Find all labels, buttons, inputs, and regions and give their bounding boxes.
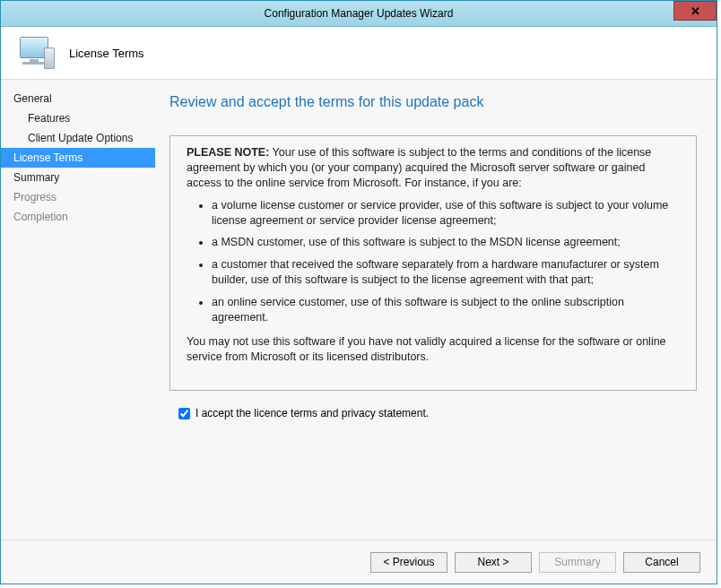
accept-row: I accept the licence terms and privacy s… <box>169 407 697 419</box>
close-icon: ✕ <box>691 4 700 18</box>
accept-checkbox[interactable] <box>178 408 190 419</box>
accept-label[interactable]: I accept the licence terms and privacy s… <box>195 407 429 419</box>
sidebar-item-general[interactable]: General <box>1 89 155 108</box>
header-label: License Terms <box>69 47 144 60</box>
license-bullet: an online service customer, use of this … <box>212 295 680 325</box>
sidebar-item-progress: Progress <box>1 187 155 207</box>
footer: < Previous Next > Summary Cancel <box>1 540 717 584</box>
header: License Terms <box>1 27 717 79</box>
sidebar-item-completion: Completion <box>1 207 155 227</box>
body: GeneralFeaturesClient Update OptionsLice… <box>1 79 717 540</box>
close-button[interactable]: ✕ <box>673 1 717 21</box>
license-bullet: a customer that received the software se… <box>212 257 680 288</box>
cancel-button[interactable]: Cancel <box>623 552 700 573</box>
sidebar-item-features[interactable]: Features <box>1 108 155 128</box>
sidebar-item-summary[interactable]: Summary <box>1 168 155 187</box>
page-title: Review and accept the terms for this upd… <box>169 94 697 110</box>
sidebar-item-license-terms[interactable]: License Terms <box>1 148 155 168</box>
titlebar: Configuration Manager Updates Wizard ✕ <box>1 1 717 27</box>
license-bullets: a volume license customer or service pro… <box>187 198 680 325</box>
sidebar: GeneralFeaturesClient Update OptionsLice… <box>1 80 155 540</box>
note-label: PLEASE NOTE: <box>187 146 269 159</box>
license-bullet: a MSDN customer, use of this software is… <box>212 235 680 250</box>
wizard-window: Configuration Manager Updates Wizard ✕ L… <box>0 0 717 584</box>
sidebar-item-client-update-options[interactable]: Client Update Options <box>1 128 155 148</box>
summary-button[interactable]: Summary <box>539 552 616 573</box>
note-footer: You may not use this software if you hav… <box>187 334 680 365</box>
license-terms-box: PLEASE NOTE: Your use of this software i… <box>169 135 697 391</box>
window-title: Configuration Manager Updates Wizard <box>1 7 717 20</box>
next-button[interactable]: Next > <box>455 552 532 573</box>
license-bullet: a volume license customer or service pro… <box>212 198 680 229</box>
previous-button[interactable]: < Previous <box>370 552 447 573</box>
computer-icon <box>17 35 53 71</box>
main-panel: Review and accept the terms for this upd… <box>155 80 717 540</box>
